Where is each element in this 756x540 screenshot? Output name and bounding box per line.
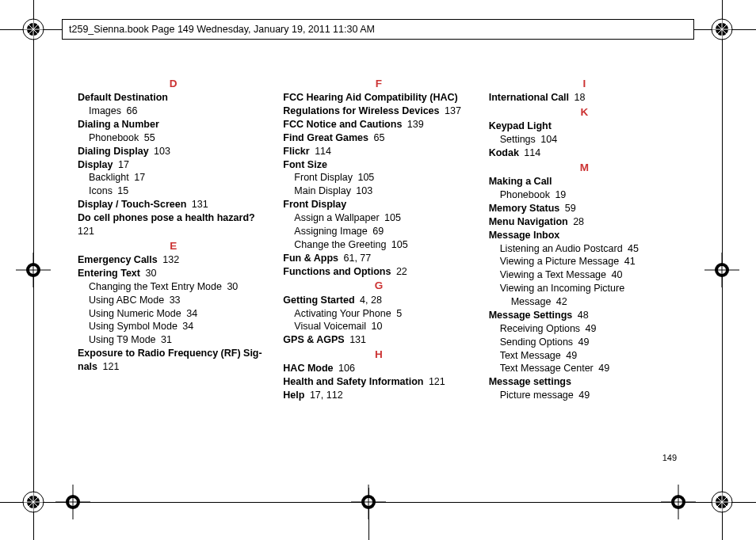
index-entry: Find Great Games 65: [283, 131, 474, 145]
page-ref: 22: [393, 266, 407, 277]
section-letter: H: [283, 348, 474, 362]
index-entry: Display 17: [78, 158, 269, 172]
page-ref: 42: [553, 296, 567, 307]
cross-br: [661, 485, 696, 519]
index-entry: Do cell phones pose a health hazard?: [78, 211, 269, 225]
index-entry: International Call 18: [489, 91, 680, 105]
index-entry: Fun & Apps 61, 77: [283, 252, 474, 265]
index-subentry: Viewing a Picture Message 41: [489, 255, 680, 268]
index-subentry: Backlight 17: [78, 171, 269, 184]
index-col-2: FFCC Hearing Aid Compatibility (HAC)Regu…: [283, 76, 474, 402]
cross-left: [16, 253, 51, 287]
page-ref: 106: [336, 363, 355, 374]
index-entry: HAC Mode 106: [283, 362, 474, 375]
index-subentry: Changing the Text Entry Mode 30: [78, 280, 269, 294]
index-subentry: Settings 104: [489, 133, 680, 146]
page-ref: 19: [552, 189, 566, 200]
index-entry: Display / Touch-Screen 131: [78, 198, 269, 211]
page-ref: 105: [382, 212, 401, 223]
index-subentry: Sending Options 49: [489, 336, 680, 349]
index-entry: Regulations for Wireless Devices 137: [283, 105, 474, 118]
page-ref: 121: [426, 376, 445, 387]
index-content: DDefault DestinationImages 66Dialing a N…: [78, 76, 680, 402]
index-subentry: Phonebook 55: [78, 131, 269, 145]
reg-top-left: [21, 17, 46, 42]
index-entry: Emergency Calls 132: [78, 253, 269, 267]
section-letter: K: [489, 105, 680, 120]
header-info: t259_Sienna.book Page 149 Wednesday, Jan…: [62, 19, 694, 40]
index-subentry: Change the Greeting 105: [283, 238, 474, 252]
page-ref: 59: [562, 203, 575, 214]
page-ref: 66: [124, 105, 137, 116]
page-ref: 131: [189, 199, 208, 210]
index-subentry: Icons 15: [78, 184, 269, 198]
index-col-1: DDefault DestinationImages 66Dialing a N…: [78, 76, 269, 402]
page-ref: 49: [596, 363, 609, 374]
index-entry-cont: 121: [78, 225, 269, 238]
index-subentry-cont: Message 42: [489, 295, 680, 309]
index-entry: Menu Navigation 28: [489, 215, 680, 229]
index-subentry: Picture message 49: [489, 389, 680, 402]
index-entry: Dialing Display 103: [78, 145, 269, 158]
page-ref: 17: [132, 172, 145, 183]
index-entry: FCC Notice and Cautions 139: [283, 118, 474, 131]
index-entry: Making a Call: [489, 175, 680, 188]
page-ref: 121: [100, 361, 119, 372]
index-entry: Memory Status 59: [489, 202, 680, 215]
page-ref: 65: [371, 132, 384, 143]
reg-bot-left: [21, 489, 46, 515]
page-ref: 34: [180, 321, 193, 332]
index-entry: Front Display: [283, 198, 474, 211]
index-subentry: Phonebook 19: [489, 188, 680, 202]
index-entry: Functions and Options 22: [283, 265, 474, 279]
page-ref: 114: [312, 146, 331, 157]
section-letter: M: [489, 161, 680, 175]
page-ref: 34: [184, 308, 197, 319]
page-ref: 15: [115, 185, 128, 196]
index-subentry: Viewing an Incoming Picture: [489, 282, 680, 295]
header-text: t259_Sienna.book Page 149 Wednesday, Jan…: [69, 24, 375, 35]
section-letter: E: [78, 239, 269, 253]
page-ref: 33: [166, 295, 180, 306]
cross-bc: [351, 485, 386, 519]
page-ref: 103: [151, 146, 170, 157]
index-subentry: Main Display 103: [283, 184, 474, 198]
page-ref: 4, 28: [357, 295, 382, 306]
index-entry: GPS & AGPS 131: [283, 333, 474, 347]
index-subentry: Using Numeric Mode 34: [78, 307, 269, 321]
page-ref: 10: [368, 321, 382, 332]
page-ref: 49: [575, 337, 589, 348]
page-ref: 105: [355, 172, 374, 183]
page-ref: 17: [115, 159, 128, 170]
page-ref: 105: [388, 239, 407, 250]
page-ref: 69: [370, 226, 384, 237]
index-subentry: Receiving Options 49: [489, 322, 680, 336]
page-ref: 40: [609, 269, 622, 280]
page-ref: 49: [582, 323, 596, 334]
index-subentry: Using ABC Mode 33: [78, 294, 269, 307]
index-entry: Exposure to Radio Frequency (RF) Sig-: [78, 347, 269, 360]
index-entry: nals 121: [78, 360, 269, 374]
index-entry: Message Settings 48: [489, 309, 680, 322]
section-letter: F: [283, 77, 474, 91]
page-ref: 139: [404, 119, 423, 130]
section-letter: I: [489, 77, 680, 91]
page-ref: 28: [571, 216, 584, 227]
index-subentry: Text Message Center 49: [489, 362, 680, 375]
page-ref: 17, 112: [307, 390, 342, 401]
index-entry: Message settings: [489, 375, 680, 389]
index-subentry: Front Display 105: [283, 171, 474, 184]
index-entry: Message Inbox: [489, 229, 680, 242]
section-letter: G: [283, 279, 474, 293]
page-ref: 30: [224, 281, 238, 292]
index-entry: Keypad Light: [489, 120, 680, 133]
index-entry: Getting Started 4, 28: [283, 294, 474, 307]
index-entry: Kodak 114: [489, 146, 680, 160]
page-ref: 132: [160, 254, 179, 265]
page-ref: 49: [576, 390, 590, 401]
page-ref: 131: [347, 334, 366, 345]
index-entry: FCC Hearing Aid Compatibility (HAC): [283, 91, 474, 105]
page-ref: 55: [141, 132, 155, 143]
page-ref: 103: [353, 185, 372, 196]
index-subentry: Using T9 Mode 31: [78, 333, 269, 347]
